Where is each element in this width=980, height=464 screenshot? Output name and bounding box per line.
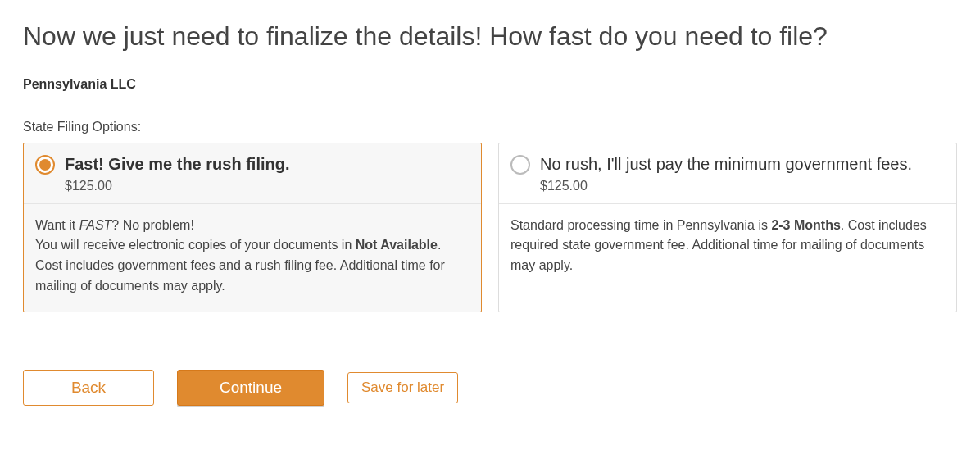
option-title: No rush, I'll just pay the minimum gover… bbox=[540, 153, 945, 175]
option-header: No rush, I'll just pay the minimum gover… bbox=[499, 143, 956, 204]
section-label: State Filing Options: bbox=[23, 120, 957, 134]
page-title: Now we just need to finalize the details… bbox=[23, 20, 957, 54]
option-price: $125.00 bbox=[65, 179, 470, 193]
actions: Back Continue Save for later bbox=[23, 370, 957, 406]
entity-label: Pennsylvania LLC bbox=[23, 77, 957, 92]
save-for-later-button[interactable]: Save for later bbox=[347, 372, 458, 403]
option-description: Want it FAST? No problem! You will recei… bbox=[24, 204, 481, 312]
option-rush[interactable]: Fast! Give me the rush filing. $125.00 W… bbox=[23, 143, 482, 312]
continue-button[interactable]: Continue bbox=[177, 370, 324, 406]
option-description: Standard processing time in Pennsylvania… bbox=[499, 204, 956, 291]
filing-options: Fast! Give me the rush filing. $125.00 W… bbox=[23, 143, 957, 312]
radio-icon[interactable] bbox=[35, 155, 55, 175]
option-title: Fast! Give me the rush filing. bbox=[65, 153, 470, 175]
option-price: $125.00 bbox=[540, 179, 945, 193]
radio-icon[interactable] bbox=[510, 155, 530, 175]
back-button[interactable]: Back bbox=[23, 370, 154, 406]
option-header: Fast! Give me the rush filing. $125.00 bbox=[24, 143, 481, 204]
option-standard[interactable]: No rush, I'll just pay the minimum gover… bbox=[498, 143, 957, 312]
